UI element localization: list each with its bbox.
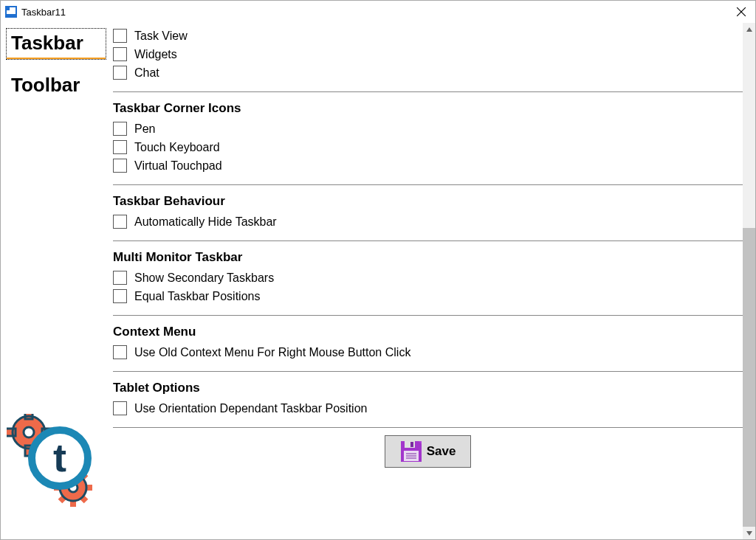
svg-marker-37 — [746, 27, 752, 32]
checkbox-label: Show Secondary Taskbars — [134, 271, 274, 285]
checkbox-row-touch-keyboard: Touch Keyboard — [113, 140, 743, 154]
main-panel: Task View Widgets Chat Taskbar Corner Ic… — [111, 23, 755, 539]
checkbox-row-chat: Chat — [113, 66, 743, 80]
checkbox-label: Automatically Hide Taskbar — [134, 215, 277, 229]
checkbox-equal-positions[interactable] — [113, 289, 127, 303]
scrollbar-thumb[interactable] — [743, 228, 755, 533]
checkbox-secondary-taskbars[interactable] — [113, 271, 127, 285]
checkbox-task-view[interactable] — [113, 29, 127, 43]
checkbox-row-widgets: Widgets — [113, 47, 743, 61]
tab-toolbar[interactable]: Toolbar — [7, 71, 106, 100]
checkbox-label: Virtual Touchpad — [134, 159, 222, 173]
checkbox-touch-keyboard[interactable] — [113, 140, 127, 154]
scrollbar-up-arrow[interactable] — [743, 23, 755, 35]
window-title: Taskbar11 — [21, 7, 66, 18]
svg-rect-32 — [410, 442, 413, 447]
save-button-label: Save — [427, 444, 456, 459]
checkbox-label: Widgets — [134, 48, 177, 61]
tab-taskbar[interactable]: Taskbar — [7, 29, 106, 59]
close-button[interactable] — [733, 4, 749, 20]
checkbox-row-task-view: Task View — [113, 29, 743, 43]
checkbox-chat[interactable] — [113, 66, 127, 80]
checkbox-row-orientation-taskbar: Use Orientation Dependant Taskbar Positi… — [113, 401, 743, 415]
section-header-corner-icons: Taskbar Corner Icons — [113, 101, 743, 116]
checkbox-orientation-taskbar[interactable] — [113, 401, 127, 415]
checkbox-virtual-touchpad[interactable] — [113, 159, 127, 173]
checkbox-widgets[interactable] — [113, 47, 127, 61]
svg-point-15 — [24, 427, 34, 437]
section-header-behaviour: Taskbar Behaviour — [113, 194, 743, 209]
checkbox-label: Use Old Context Menu For Right Mouse But… — [134, 346, 410, 359]
checkbox-row-old-context-menu: Use Old Context Menu For Right Mouse But… — [113, 345, 743, 359]
checkbox-old-context-menu[interactable] — [113, 345, 127, 359]
section-header-tablet: Tablet Options — [113, 381, 743, 395]
svg-rect-2 — [7, 7, 10, 10]
checkbox-label: Chat — [134, 66, 159, 80]
svg-rect-18 — [70, 498, 76, 507]
svg-marker-38 — [746, 531, 752, 536]
checkbox-label: Touch Keyboard — [134, 141, 220, 154]
checkbox-label: Equal Taskbar Positions — [134, 290, 260, 303]
checkbox-label: Task View — [134, 30, 188, 43]
checkbox-label: Use Orientation Dependant Taskbar Positi… — [134, 402, 367, 415]
checkbox-auto-hide[interactable] — [113, 215, 127, 229]
checkbox-label: Pen — [134, 122, 155, 136]
section-header-context-menu: Context Menu — [113, 325, 743, 339]
checkbox-row-secondary-taskbars: Show Secondary Taskbars — [113, 271, 743, 285]
floppy-icon — [400, 440, 422, 463]
titlebar: Taskbar11 — [1, 1, 755, 23]
section-header-multimonitor: Multi Monitor Taskbar — [113, 250, 743, 265]
checkbox-row-pen: Pen — [113, 122, 743, 136]
checkbox-row-auto-hide: Automatically Hide Taskbar — [113, 215, 743, 229]
sidebar: Taskbar Toolbar — [1, 23, 111, 539]
svg-text:t: t — [53, 435, 66, 480]
scrollbar-down-arrow[interactable] — [743, 527, 755, 539]
checkbox-row-equal-positions: Equal Taskbar Positions — [113, 289, 743, 303]
save-button[interactable]: Save — [385, 435, 472, 468]
checkbox-row-virtual-touchpad: Virtual Touchpad — [113, 159, 743, 173]
app-icon — [5, 6, 17, 18]
app-logo: t — [7, 414, 103, 510]
svg-rect-20 — [83, 485, 92, 491]
checkbox-pen[interactable] — [113, 122, 127, 136]
